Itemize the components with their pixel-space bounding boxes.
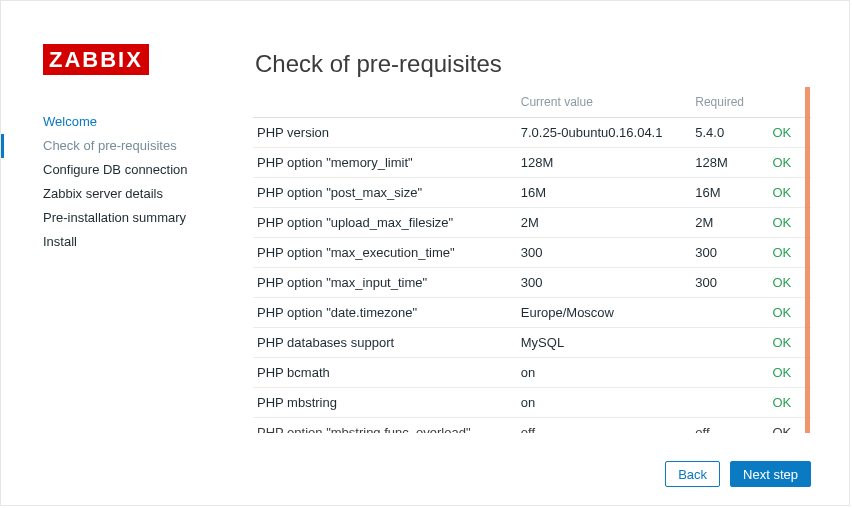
sidebar-item-1[interactable]: Check of pre-requisites [43, 134, 223, 158]
sidebar: WelcomeCheck of pre-requisitesConfigure … [43, 110, 223, 254]
cell-required: 5.4.0 [691, 117, 768, 147]
table-row: PHP mbstringonOK [253, 387, 811, 417]
cell-name: PHP version [253, 117, 517, 147]
cell-name: PHP option "memory_limit" [253, 147, 517, 177]
cell-name: PHP option "post_max_size" [253, 177, 517, 207]
col-current: Current value [517, 87, 692, 117]
table-row: PHP databases supportMySQLOK [253, 327, 811, 357]
table-row: PHP option "memory_limit"128M128MOK [253, 147, 811, 177]
sidebar-item-4[interactable]: Pre-installation summary [43, 206, 223, 230]
cell-name: PHP bcmath [253, 357, 517, 387]
cell-required: 128M [691, 147, 768, 177]
table-row: PHP version7.0.25-0ubuntu0.16.04.15.4.0O… [253, 117, 811, 147]
cell-name: PHP option "upload_max_filesize" [253, 207, 517, 237]
cell-required: 300 [691, 237, 768, 267]
table-row: PHP option "mbstring.func_overload"offof… [253, 417, 811, 433]
zabbix-logo: ZABBIX [43, 44, 149, 75]
sidebar-item-5[interactable]: Install [43, 230, 223, 254]
wizard-buttons: Back Next step [665, 461, 811, 487]
page-title: Check of pre-requisites [255, 50, 502, 78]
cell-current: off [517, 417, 692, 433]
table-row: PHP option "max_input_time"300300OK [253, 267, 811, 297]
cell-current: Europe/Moscow [517, 297, 692, 327]
cell-current: 128M [517, 147, 692, 177]
sidebar-item-2[interactable]: Configure DB connection [43, 158, 223, 182]
table-row: PHP option "max_execution_time"300300OK [253, 237, 811, 267]
cell-required [691, 387, 768, 417]
table-row: PHP option "date.timezone"Europe/MoscowO… [253, 297, 811, 327]
cell-name: PHP option "max_execution_time" [253, 237, 517, 267]
table-row: PHP bcmathonOK [253, 357, 811, 387]
cell-current: MySQL [517, 327, 692, 357]
cell-required: 16M [691, 177, 768, 207]
scrollbar-accent[interactable] [805, 87, 810, 433]
cell-required [691, 357, 768, 387]
cell-name: PHP option "max_input_time" [253, 267, 517, 297]
sidebar-item-0[interactable]: Welcome [43, 110, 223, 134]
prereq-table-wrap: Current value Required PHP version7.0.25… [253, 87, 811, 433]
cell-current: 300 [517, 237, 692, 267]
cell-required [691, 327, 768, 357]
cell-current: 300 [517, 267, 692, 297]
cell-current: 2M [517, 207, 692, 237]
table-header-row: Current value Required [253, 87, 811, 117]
cell-current: 7.0.25-0ubuntu0.16.04.1 [517, 117, 692, 147]
table-row: PHP option "post_max_size"16M16MOK [253, 177, 811, 207]
cell-current: on [517, 357, 692, 387]
back-button[interactable]: Back [665, 461, 720, 487]
cell-name: PHP option "mbstring.func_overload" [253, 417, 517, 433]
setup-window: ZABBIX WelcomeCheck of pre-requisitesCon… [0, 0, 850, 506]
table-body: PHP version7.0.25-0ubuntu0.16.04.15.4.0O… [253, 117, 811, 433]
cell-current: 16M [517, 177, 692, 207]
sidebar-item-3[interactable]: Zabbix server details [43, 182, 223, 206]
cell-name: PHP option "date.timezone" [253, 297, 517, 327]
prereq-table: Current value Required PHP version7.0.25… [253, 87, 811, 433]
cell-current: on [517, 387, 692, 417]
cell-required [691, 297, 768, 327]
cell-name: PHP databases support [253, 327, 517, 357]
cell-required: 300 [691, 267, 768, 297]
cell-required: off [691, 417, 768, 433]
cell-required: 2M [691, 207, 768, 237]
next-step-button[interactable]: Next step [730, 461, 811, 487]
cell-name: PHP mbstring [253, 387, 517, 417]
col-name [253, 87, 517, 117]
col-required: Required [691, 87, 768, 117]
table-row: PHP option "upload_max_filesize"2M2MOK [253, 207, 811, 237]
